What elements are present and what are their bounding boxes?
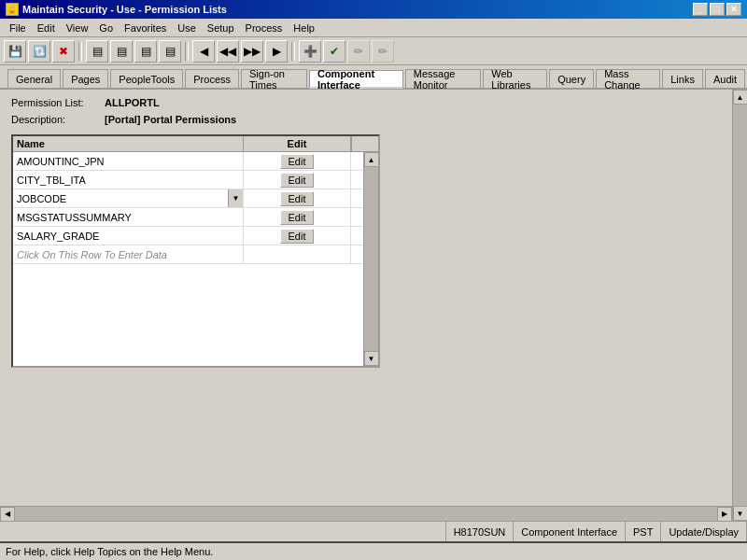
description-row: Description: [Portal] Portal Permissions	[11, 114, 736, 125]
cancel-toolbar-btn[interactable]: ✖	[52, 40, 75, 63]
bottom-scroll-right-btn[interactable]: ▶	[717, 507, 732, 522]
status-env: PST	[626, 522, 661, 541]
tab-web-libraries[interactable]: Web Libraries	[483, 69, 547, 88]
menu-use[interactable]: Use	[172, 21, 202, 35]
status-mode: Update/Display	[661, 522, 747, 541]
status-spacer	[0, 522, 446, 541]
scroll-down-btn[interactable]: ▼	[364, 351, 379, 366]
tab-mass-change[interactable]: Mass Change	[596, 69, 660, 88]
status-bar: H8170SUN Component Interface PST Update/…	[0, 521, 747, 541]
toolbar-btn-8[interactable]: ◀	[192, 40, 215, 63]
app-icon: 🔒	[6, 3, 19, 16]
grid-header: Name Edit	[13, 136, 378, 152]
menu-edit[interactable]: Edit	[32, 21, 61, 35]
menu-go[interactable]: Go	[93, 21, 119, 35]
title-bar: 🔒 Maintain Security - Use - Permission L…	[0, 0, 747, 19]
permission-list-label: Permission List:	[11, 97, 105, 108]
menu-file[interactable]: File	[4, 21, 32, 35]
grid-header-name: Name	[13, 136, 244, 151]
toolbar-btn-4[interactable]: ▤	[86, 40, 108, 63]
toolbar-btn-6[interactable]: ▤	[134, 40, 157, 63]
tab-audit[interactable]: Audit	[705, 69, 745, 88]
bottom-scroll-left-btn[interactable]: ◀	[0, 507, 15, 522]
permission-list-value: ALLPORTL	[105, 97, 160, 108]
toolbar-btn-9[interactable]: ◀◀	[217, 40, 239, 63]
main-scroll-down-btn[interactable]: ▼	[733, 506, 748, 521]
row-4-name: MSGSTATUSSUMMARY	[13, 208, 244, 226]
header-scroll-placeholder	[351, 136, 366, 151]
status-context: Component Interface	[514, 522, 626, 541]
row-5-name: SALARY_GRADE	[13, 227, 244, 245]
toolbar-btn-7[interactable]: ▤	[159, 40, 181, 63]
row-1-edit-btn[interactable]: Edit	[280, 154, 315, 169]
main-scrollbar: ▲ ▼	[732, 90, 747, 521]
separator-2	[185, 42, 189, 61]
tab-process[interactable]: Process	[185, 69, 239, 88]
toolbar-btn-10[interactable]: ▶▶	[241, 40, 263, 63]
row-2-edit-cell: Edit	[244, 171, 351, 189]
maximize-btn[interactable]: □	[710, 3, 725, 16]
row-4-edit-btn[interactable]: Edit	[280, 210, 315, 225]
row-2-name: CITY_TBL_ITA	[13, 171, 244, 189]
row-3-name[interactable]: JOBCODE ▼	[13, 189, 244, 207]
description-label: Description:	[11, 114, 105, 125]
close-btn[interactable]: ✕	[726, 3, 741, 16]
bottom-scrollbar: ◀ ▶	[0, 506, 732, 521]
toolbar-btn-11[interactable]: ▶	[265, 40, 288, 63]
main-content: Permission List: ALLPORTL Description: […	[0, 90, 747, 521]
row-3-edit-btn[interactable]: Edit	[280, 191, 315, 206]
row-4-edit-cell: Edit	[244, 208, 351, 226]
grid-header-edit: Edit	[244, 136, 351, 151]
component-interface-grid: Name Edit AMOUNTINC_JPN Edit	[11, 134, 380, 368]
main-scroll-up-btn[interactable]: ▲	[733, 90, 748, 105]
help-text: For Help, click Help Topics on the Help …	[6, 546, 213, 557]
toolbar: 💾 🔃 ✖ ▤ ▤ ▤ ▤ ◀ ◀◀ ▶▶ ▶ ➕ ✔ ✏ ✏	[0, 37, 747, 65]
dropdown-arrow-icon[interactable]: ▼	[228, 189, 243, 207]
menu-help[interactable]: Help	[288, 21, 320, 35]
row-3-edit-cell: Edit	[244, 189, 351, 207]
tab-bar: General Pages PeopleTools Process Sign-o…	[0, 65, 747, 90]
menu-setup[interactable]: Setup	[202, 21, 240, 35]
toolbar-btn-15[interactable]: ✏	[372, 40, 394, 63]
tab-query[interactable]: Query	[549, 69, 594, 88]
row-2-edit-btn[interactable]: Edit	[280, 173, 315, 188]
row-5-edit-btn[interactable]: Edit	[280, 229, 315, 244]
tab-links[interactable]: Links	[662, 69, 703, 88]
tab-component-interface[interactable]: Component Interface	[309, 70, 403, 89]
placeholder-cell[interactable]: Click On This Row To Enter Data	[13, 245, 244, 263]
check-toolbar-btn[interactable]: ✔	[323, 40, 345, 63]
menu-view[interactable]: View	[61, 21, 94, 35]
status-server: H8170SUN	[446, 522, 514, 541]
table-row: SALARY_GRADE Edit	[13, 227, 363, 245]
separator-1	[78, 42, 82, 61]
bottom-scroll-track	[15, 507, 717, 521]
table-row: MSGSTATUSSUMMARY Edit	[13, 208, 363, 227]
refresh-toolbar-btn[interactable]: 🔃	[28, 40, 50, 63]
toolbar-btn-5[interactable]: ▤	[110, 40, 133, 63]
placeholder-row[interactable]: Click On This Row To Enter Data	[13, 245, 363, 264]
tab-pages[interactable]: Pages	[63, 69, 108, 88]
menu-process[interactable]: Process	[240, 21, 289, 35]
window-controls: _ □ ✕	[693, 3, 741, 16]
save-toolbar-btn[interactable]: 💾	[4, 40, 26, 63]
separator-3	[291, 42, 295, 61]
main-scroll-track	[733, 105, 747, 506]
permission-list-row: Permission List: ALLPORTL	[11, 97, 736, 108]
row-1-name: AMOUNTINC_JPN	[13, 152, 244, 170]
window-title: Maintain Security - Use - Permission Lis…	[22, 4, 227, 15]
tab-signon-times[interactable]: Sign-on Times	[241, 69, 307, 88]
tab-general[interactable]: General	[7, 69, 61, 88]
menu-favorites[interactable]: Favorites	[119, 21, 172, 35]
tab-message-monitor[interactable]: Message Monitor	[405, 69, 482, 88]
add-toolbar-btn[interactable]: ➕	[299, 40, 321, 63]
description-value: [Portal] Portal Permissions	[105, 114, 236, 125]
toolbar-btn-14[interactable]: ✏	[347, 40, 370, 63]
window-body: Permission List: ALLPORTL Description: […	[0, 90, 747, 560]
table-row: JOBCODE ▼ Edit	[13, 189, 363, 208]
grid-scrollbar: ▲ ▼	[363, 152, 378, 366]
minimize-btn[interactable]: _	[693, 3, 708, 16]
tab-peopletools[interactable]: PeopleTools	[110, 69, 183, 88]
scroll-up-btn[interactable]: ▲	[364, 152, 379, 167]
grid-rows: AMOUNTINC_JPN Edit CITY_TBL_ITA Edit	[13, 152, 363, 366]
help-bar: For Help, click Help Topics on the Help …	[0, 541, 747, 560]
